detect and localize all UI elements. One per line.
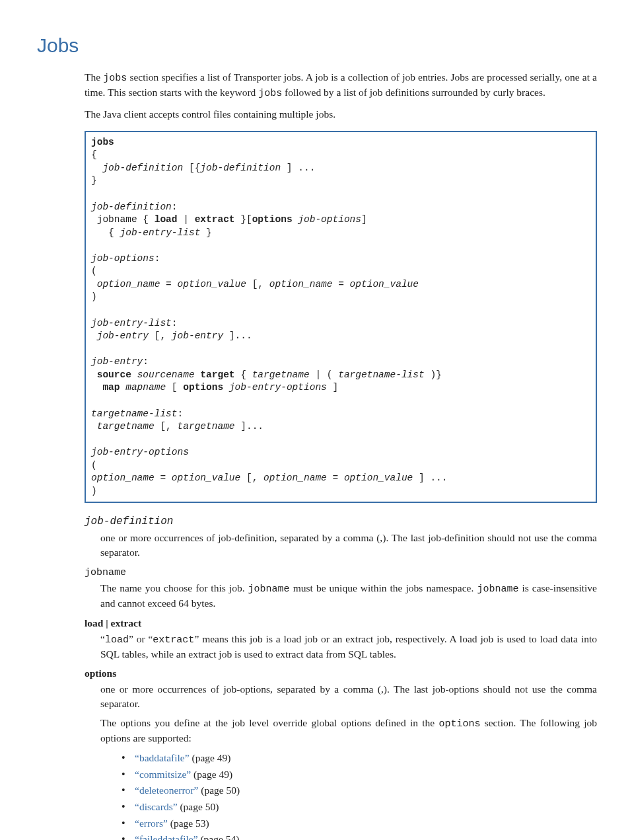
text: ]: [361, 214, 367, 225]
text: }[: [235, 214, 252, 225]
term-label: load | extract: [85, 617, 141, 629]
text: , separated by a comma (,). The last: [275, 532, 429, 543]
code: job-definition: [218, 532, 274, 543]
code: job-definition: [428, 532, 484, 543]
ph-option: option_name = option_value: [91, 473, 240, 483]
paren: ): [91, 291, 97, 302]
text: [91, 382, 102, 393]
colon: :: [172, 202, 178, 212]
term-label: options: [85, 668, 116, 679]
text: ]: [327, 382, 338, 393]
text: [120, 382, 126, 393]
term-label: jobname: [85, 567, 126, 578]
ph-sourcename: sourcename: [137, 369, 195, 380]
ph-job-entry: job-entry: [91, 356, 143, 367]
ph-job-definition: job-definition: [102, 163, 183, 173]
code: load: [105, 634, 129, 646]
ph-job-definition: job-definition: [200, 163, 281, 173]
text: The: [85, 71, 103, 83]
text: The options you define at the job level …: [100, 717, 438, 728]
kw-target: target: [200, 369, 234, 380]
code: options: [438, 718, 480, 730]
blank: [91, 188, 97, 199]
link-errors[interactable]: “errors”: [135, 818, 168, 829]
code: job-options: [223, 683, 270, 695]
def-options: one or more occurrences of job-options, …: [100, 682, 597, 840]
text: [131, 369, 137, 380]
kw-jobs: jobs: [91, 137, 114, 147]
text: }: [200, 227, 211, 238]
code-jobs: jobs: [258, 88, 282, 99]
text: [223, 382, 229, 393]
text: [91, 421, 97, 432]
text: ]...: [223, 330, 252, 341]
def-job-definition: one or more occurrences of job-definitio…: [100, 531, 597, 559]
text: |: [178, 214, 195, 225]
blank: [91, 305, 97, 315]
paren: (: [91, 460, 97, 471]
link-commitsize[interactable]: “commitsize”: [135, 769, 191, 780]
kw-extract: extract: [195, 214, 235, 225]
text: [: [166, 382, 183, 393]
options-list: “baddatafile” (page 49) “commitsize” (pa…: [116, 751, 597, 840]
ph-job-definition: job-definition: [91, 202, 172, 212]
text: [,: [149, 330, 172, 341]
page-ref: (page 49): [190, 752, 231, 763]
ph-mapname: mapname: [125, 382, 166, 393]
paren: ): [91, 486, 97, 496]
brace: {: [91, 149, 97, 160]
term-load-extract: load | extract: [85, 616, 597, 630]
section-heading: Jobs: [37, 32, 597, 59]
text: one or more occurrences of: [100, 683, 223, 695]
text: The name you choose for this job.: [100, 582, 248, 593]
text: jobname {: [91, 214, 155, 225]
ph-job-options: job-options: [91, 253, 155, 264]
brace: }: [91, 175, 97, 186]
ph-targetname: targetname: [97, 421, 155, 432]
text: ] ...: [281, 163, 315, 173]
link-baddatafile[interactable]: “baddatafile”: [135, 752, 190, 763]
link-deleteonerror[interactable]: “deleteonerror”: [135, 784, 198, 796]
ph-job-entry: job-entry: [97, 330, 149, 341]
list-item: “faileddatafile” (page 54): [116, 832, 597, 840]
list-item: “errors” (page 53): [116, 816, 597, 831]
code-jobs: jobs: [103, 73, 127, 84]
ph-job-entry-options: job-entry-options: [91, 447, 189, 457]
kw-options: options: [183, 382, 223, 393]
code: extract: [153, 634, 194, 646]
kw-map: map: [102, 382, 120, 393]
kw-source: source: [97, 369, 131, 380]
text: [{: [183, 163, 200, 173]
indent: [91, 163, 102, 173]
text: [91, 330, 97, 341]
blank: [91, 395, 97, 406]
ph-targetname: targetname: [252, 369, 310, 380]
intro-paragraph-2: The Java client accepts control files co…: [85, 107, 597, 122]
kw-load: load: [155, 214, 178, 225]
text: one or more occurrences of: [100, 532, 218, 543]
blank: [91, 434, 97, 445]
ph-option: option_name = option_value: [263, 473, 413, 483]
text: must be unique within the jobs namespace…: [290, 582, 477, 593]
list-item: “baddatafile” (page 49): [116, 751, 597, 765]
def-load-extract: “load” or “extract” means this job is a …: [100, 632, 597, 662]
ph-job-entry-options: job-entry-options: [229, 382, 327, 393]
page-ref: (page 50): [198, 784, 240, 796]
ph-targetname: targetname: [178, 421, 235, 432]
list-item: “commitsize” (page 49): [116, 767, 597, 782]
text: ” or “: [129, 633, 153, 644]
link-discards[interactable]: “discards”: [135, 801, 178, 812]
ph-option: option_name = option_value: [97, 279, 246, 289]
text: [,: [155, 421, 178, 432]
list-item: “deleteonerror” (page 50): [116, 783, 597, 798]
text: followed by a list of job definitions su…: [282, 87, 545, 98]
colon: :: [172, 318, 178, 328]
text: )}: [425, 369, 442, 380]
def-jobname: The name you choose for this job. jobnam…: [100, 581, 597, 611]
link-faileddatafile[interactable]: “faileddatafile”: [135, 833, 198, 840]
page-ref: (page 49): [191, 769, 232, 780]
ph-job-entry-list: job-entry-list: [91, 318, 172, 328]
ph-job-entry: job-entry: [172, 330, 223, 341]
intro-paragraph-1: The jobs section specifies a list of Tra…: [85, 70, 597, 100]
blank: [91, 240, 97, 250]
